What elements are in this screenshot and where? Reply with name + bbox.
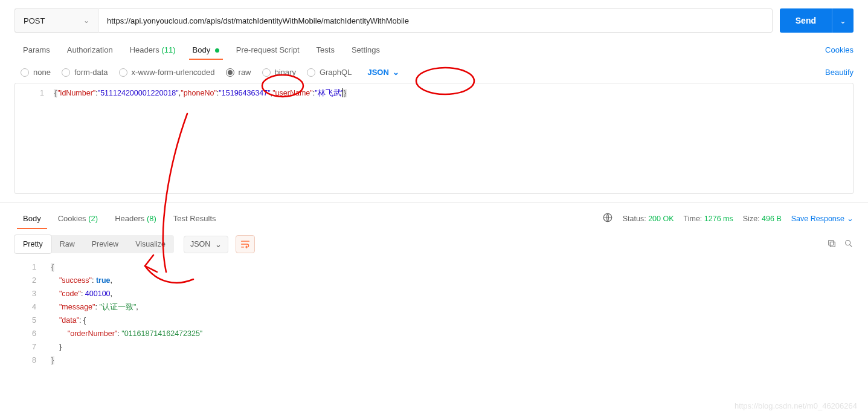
tab-params[interactable]: Params [14,40,59,59]
radio-icon [262,68,271,77]
raw-type-label: JSON [367,68,388,77]
wrap-lines-button[interactable] [236,235,255,253]
radio-binary[interactable]: binary [262,68,296,77]
http-method-select[interactable]: POST ⌄ [14,8,98,33]
response-body-viewer[interactable]: 12345678 { "success": true, "code": 4001… [14,258,854,367]
tab-authorization[interactable]: Authorization [59,40,121,59]
tab-body[interactable]: Body [184,40,228,59]
chevron-down-icon: ⌄ [83,16,89,25]
radio-icon [62,68,70,77]
radio-none[interactable]: none [21,68,51,77]
radio-graphql[interactable]: GraphQL [307,68,352,77]
search-icon[interactable] [844,239,854,250]
radio-icon [119,68,127,77]
tab-settings[interactable]: Settings [343,40,388,59]
resp-tab-testresults[interactable]: Test Results [165,209,225,228]
send-dropdown-button[interactable]: ⌄ [832,8,854,33]
copy-icon[interactable] [827,239,837,250]
body-modified-dot-icon [215,48,219,53]
svg-rect-1 [830,242,835,247]
radio-checked-icon [226,68,234,77]
resp-cookies-count: (2) [88,214,98,223]
view-tab-visualize[interactable]: Visualize [127,235,174,253]
time-info: Time: 1276 ms [684,215,733,223]
response-format-dropdown[interactable]: JSON ⌄ [184,236,228,253]
resp-tab-body[interactable]: Body [14,209,50,228]
radio-urlencoded[interactable]: x-www-form-urlencoded [119,68,215,77]
svg-point-3 [846,240,850,245]
chevron-down-icon: ⌄ [393,68,399,77]
code-content: {"idNumber":"511124200001220018","phoneN… [51,83,853,193]
headers-count: (11) [161,45,175,54]
globe-icon [602,212,613,225]
resp-headers-count: (8) [147,214,156,223]
request-body-editor[interactable]: 1 {"idNumber":"511124200001220018","phon… [14,83,854,194]
send-button[interactable]: Send [780,8,832,33]
watermark-text: https://blog.csdn.net/m0_46206264 [735,401,857,410]
http-method-label: POST [24,16,45,25]
radio-form-data[interactable]: form-data [62,68,108,77]
raw-type-dropdown[interactable]: JSON ⌄ [367,68,399,77]
radio-raw[interactable]: raw [226,68,251,77]
response-view-tabs: Pretty Raw Preview Visualize [14,235,174,253]
cookies-link[interactable]: Cookies [825,40,854,59]
resp-gutter: 12345678 [14,258,45,367]
view-tab-preview[interactable]: Preview [83,235,127,253]
resp-tab-headers[interactable]: Headers (8) [106,209,165,228]
chevron-down-icon: ⌄ [215,240,222,249]
chevron-down-icon: ⌄ [847,214,854,223]
view-tab-raw[interactable]: Raw [51,235,83,253]
wrap-icon [240,240,250,248]
tab-prerequest[interactable]: Pre-request Script [228,40,308,59]
size-info: Size: 496 B [743,215,782,223]
radio-icon [307,68,315,77]
tab-body-label: Body [193,45,211,54]
beautify-link[interactable]: Beautify [825,68,854,77]
radio-icon [21,68,29,77]
resp-code-content: { "success": true, "code": 400100, "mess… [45,258,854,367]
url-input[interactable] [98,8,773,33]
save-response-button[interactable]: Save Response ⌄ [791,214,854,223]
tab-headers-label: Headers [130,45,159,54]
svg-rect-2 [829,240,834,245]
tab-tests[interactable]: Tests [308,40,343,59]
view-tab-pretty[interactable]: Pretty [14,234,52,254]
status-info: Status: 200 OK [623,215,674,223]
chevron-down-icon: ⌄ [840,16,846,25]
tab-headers[interactable]: Headers (11) [121,40,184,59]
line-gutter: 1 [15,83,51,193]
resp-tab-cookies[interactable]: Cookies (2) [50,209,106,228]
